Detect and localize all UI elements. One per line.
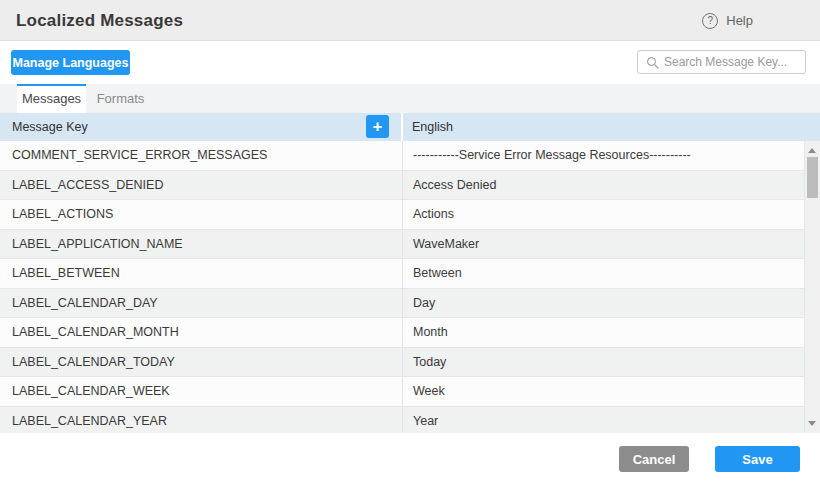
message-key-cell[interactable]: COMMENT_SERVICE_ERROR_MESSAGES (0, 141, 403, 170)
message-key-cell[interactable]: LABEL_APPLICATION_NAME (0, 230, 403, 259)
english-value-cell[interactable]: Month (403, 318, 804, 347)
column-header-message-key: Message Key + (0, 113, 403, 141)
tab-messages[interactable]: Messages (17, 84, 86, 113)
title-bar: Localized Messages ? Help (0, 0, 820, 41)
footer: Cancel Save (0, 433, 820, 489)
scrollbar-thumb[interactable] (807, 157, 818, 198)
table-row[interactable]: LABEL_CALENDAR_TODAY Today (0, 348, 804, 378)
localized-messages-dialog: Localized Messages ? Help Manage Languag… (0, 0, 820, 489)
scroll-down-icon[interactable] (808, 421, 816, 426)
message-key-cell[interactable]: LABEL_CALENDAR_TODAY (0, 348, 403, 377)
message-key-cell[interactable]: LABEL_ACCESS_DENIED (0, 171, 403, 200)
english-value-cell[interactable]: -----------Service Error Message Resourc… (403, 141, 804, 170)
manage-languages-button[interactable]: Manage Languages (11, 50, 130, 75)
column-header-english: English (403, 113, 820, 141)
table-row[interactable]: LABEL_CALENDAR_DAY Day (0, 289, 804, 319)
table-row[interactable]: LABEL_BETWEEN Between (0, 259, 804, 289)
message-key-cell[interactable]: LABEL_CALENDAR_YEAR (0, 407, 403, 434)
message-key-cell[interactable]: LABEL_CALENDAR_MONTH (0, 318, 403, 347)
table-row[interactable]: LABEL_APPLICATION_NAME WaveMaker (0, 230, 804, 260)
english-value-cell[interactable]: Day (403, 289, 804, 318)
message-key-cell[interactable]: LABEL_CALENDAR_DAY (0, 289, 403, 318)
table-body: COMMENT_SERVICE_ERROR_MESSAGES ---------… (0, 141, 820, 433)
english-value-cell[interactable]: WaveMaker (403, 230, 804, 259)
table-row[interactable]: COMMENT_SERVICE_ERROR_MESSAGES ---------… (0, 141, 804, 171)
table-rows: COMMENT_SERVICE_ERROR_MESSAGES ---------… (0, 141, 804, 433)
scroll-up-icon[interactable] (808, 148, 816, 153)
table-scrollbar[interactable] (804, 141, 820, 433)
table-header: Message Key + English (0, 113, 820, 141)
table-row[interactable]: LABEL_ACCESS_DENIED Access Denied (0, 171, 804, 201)
tab-formats[interactable]: Formats (86, 84, 155, 113)
english-value-cell[interactable]: Between (403, 259, 804, 288)
cancel-button[interactable]: Cancel (619, 446, 689, 472)
page-title: Localized Messages (16, 0, 183, 41)
table-row[interactable]: LABEL_CALENDAR_YEAR Year (0, 407, 804, 434)
table-row[interactable]: LABEL_CALENDAR_WEEK Week (0, 377, 804, 407)
add-message-key-button[interactable]: + (366, 115, 389, 138)
english-value-cell[interactable]: Actions (403, 200, 804, 229)
tab-bar: Messages Formats (0, 84, 820, 113)
search-box (637, 50, 806, 74)
toolbar: Manage Languages (0, 42, 820, 84)
table-row[interactable]: LABEL_CALENDAR_MONTH Month (0, 318, 804, 348)
message-key-cell[interactable]: LABEL_BETWEEN (0, 259, 403, 288)
english-value-cell[interactable]: Access Denied (403, 171, 804, 200)
message-key-cell[interactable]: LABEL_ACTIONS (0, 200, 403, 229)
column-header-message-key-label: Message Key (12, 120, 88, 134)
help-label: Help (726, 13, 753, 28)
english-value-cell[interactable]: Week (403, 377, 804, 406)
table-row[interactable]: LABEL_ACTIONS Actions (0, 200, 804, 230)
english-value-cell[interactable]: Today (403, 348, 804, 377)
english-value-cell[interactable]: Year (403, 407, 804, 434)
help-question-icon: ? (702, 13, 718, 29)
search-input[interactable] (638, 51, 805, 73)
save-button[interactable]: Save (715, 446, 800, 472)
message-key-cell[interactable]: LABEL_CALENDAR_WEEK (0, 377, 403, 406)
help-button[interactable]: ? Help (702, 0, 753, 41)
